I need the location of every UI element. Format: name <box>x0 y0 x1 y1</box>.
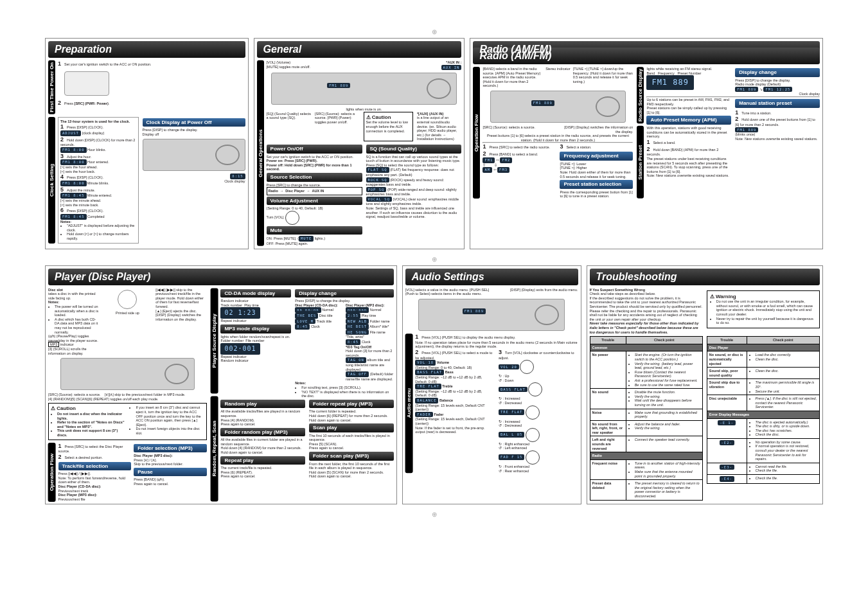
table-row: Frequent noiseTune in to another station… <box>590 459 702 479</box>
trouble-name: -E 1- <box>707 418 747 438</box>
section-player: Player (Disc Player) Disc slot takes a d… <box>45 265 397 505</box>
th-c2: Check point <box>747 337 819 344</box>
aux-in-lcd: AUX IN <box>441 65 462 71</box>
c3-lcd: FM1 8:00 <box>60 159 87 165</box>
treb-r-lcd: TRE FLAT <box>499 409 525 415</box>
vtab-radio-src: Radio Source Display <box>637 67 644 123</box>
trouble-name: Disc unejectable <box>707 395 747 411</box>
disc-slot-h: Disc slot <box>48 288 63 292</box>
aux-side-b: is a line output of an external sound/au… <box>417 116 461 141</box>
trouble-name: Frequent noise <box>590 459 626 479</box>
step-num: 1 <box>58 60 64 67</box>
section-troubleshooting: Troubleshooting If You Suspect Something… <box>587 265 823 505</box>
mp3-filen: File number <box>245 339 264 342</box>
trouble-name: Noise <box>590 409 626 420</box>
check-point: Check the file. <box>747 475 819 484</box>
dcm-c3: Folder name <box>370 319 390 323</box>
chain-disc: Disc Player <box>285 189 305 193</box>
msp-lcd: FM1 889 <box>735 127 758 133</box>
treb-h: Treble <box>442 384 452 388</box>
caution-title: Caution <box>366 114 411 121</box>
dcc-l4: 8:45 <box>295 324 310 330</box>
vol-rng: (Setting Range: 0 to 40, Default: 18) <box>415 366 495 370</box>
trouble-name: No sound from left, right, front, or rea… <box>590 420 626 436</box>
c3b: [<] sets the hour back. <box>60 170 136 174</box>
dp-cd-b: Previous/next track <box>58 489 132 493</box>
br2: : Decreased <box>502 401 522 405</box>
stereo-ind: Stereo indicator <box>545 67 571 88</box>
a-disp-lbl: [DISP] (Display) exits from the audio me… <box>493 288 578 296</box>
dp-mp3-b: Previous/next file <box>58 497 132 502</box>
scroll: [3] (SCROLL) scrolls the information on … <box>48 347 100 355</box>
sq-h: SQ (Sound Quality) <box>366 145 462 154</box>
frp-h: Folder random play (MP3) <box>220 428 305 437</box>
grp-err: Error Display Messages <box>707 411 819 418</box>
skip-folder: [∨][∧] skip to the previous/next folder … <box>105 393 186 397</box>
id3-b: Hold down [3] for more than 2 seconds. <box>346 349 394 357</box>
grp-common: Common <box>590 344 702 351</box>
vr1: : Up <box>502 374 509 378</box>
cd-tn: Track number <box>220 303 242 307</box>
table-row: No sound from left, right, front, or rea… <box>590 420 702 436</box>
b2: FM2 <box>500 157 512 163</box>
msp-s2: Hold down one of the preset buttons from… <box>735 118 815 127</box>
power-1: Set your car's ignition switch to the AC… <box>267 155 362 159</box>
fscan-h: Folder scan play (MP3) <box>309 452 394 461</box>
vtab-random: Random, Repeat, Scan <box>211 396 218 501</box>
dcc-c4: Clock <box>311 324 320 328</box>
table-row: No powerStart the engine. (Or turn the i… <box>590 351 702 389</box>
fscan-b1: From the next folder, the first 10 secon… <box>309 462 394 470</box>
t-intro-2: If the described suggestions do not solv… <box>590 296 703 322</box>
tf-h: Track/file selection <box>58 462 132 471</box>
knob-icon2 <box>528 382 542 396</box>
printed: Printed side up <box>102 311 154 315</box>
frp-b3: Hold down again to cancel. <box>220 450 305 455</box>
fscan-b3: Hold down again to cancel. <box>309 474 394 479</box>
check-point: Connect the speaker lead correctly. <box>626 436 702 452</box>
chain-radio: Radio <box>269 189 278 193</box>
bass-lcd: BASS FLAT <box>415 369 444 375</box>
c5-note: Minute entered. <box>87 193 112 197</box>
fad-lcd: FADER <box>415 412 433 418</box>
preset-sel-b: Press the corresponding preset button fr… <box>560 190 633 199</box>
eject: [▲] (Eject) ejects the disc. <box>155 309 207 314</box>
rsd-freq: Frequency <box>658 71 675 75</box>
frep-b1: The current folder is repeated. <box>309 409 394 414</box>
sq-press: Press [SQ] to select the sound type as f… <box>366 163 462 168</box>
dispchg-h: Display change <box>735 68 820 77</box>
dcm-l5: HE SONG <box>346 330 369 335</box>
th-t2: Trouble <box>707 337 747 344</box>
check-point: Clean the disc. <box>747 368 819 379</box>
dcc-l1: nn nn:nn <box>295 307 321 313</box>
warning-title: Warning <box>710 294 817 300</box>
freq-h2: [TUNE >]: Higher <box>560 166 633 170</box>
crop-mark-mid: ⊕ <box>45 256 823 263</box>
radio-band: [BAND] selects a band in the radio sourc… <box>483 67 543 88</box>
title-general: General <box>257 41 462 58</box>
check-point: Load the disc correctly.Clean the disc. <box>747 351 819 368</box>
rsd-top: lights while receiving an FM stereo sign… <box>646 67 731 71</box>
freq-note: Note: Hold down either of them for more … <box>560 170 633 179</box>
treb-lcd: TRE FLAT <box>415 384 441 389</box>
a-lcd-main: FM1 889 <box>463 308 486 314</box>
pof-s1: Press [SRC] to select the Disc Player so… <box>58 445 123 454</box>
dcm-l1: nnn·nnn <box>346 307 369 313</box>
disc-slot-b: takes a disc in with the printed side fa… <box>48 292 100 300</box>
mp3-rep: Repeat indicator <box>220 355 291 359</box>
check-point: Start the engine. (Or turn the ignition … <box>626 351 702 389</box>
vtab-player-src: Player Source Display <box>211 288 218 393</box>
title-preparation: Preparation <box>48 41 245 58</box>
sq-label: [SQ] (Sound Quality) selects a sound typ… <box>267 112 311 141</box>
c5: Adjust the minute. <box>67 188 95 192</box>
power-h: Power On/Off <box>267 145 362 154</box>
sq-pop-l: POP SQ <box>366 187 387 193</box>
freq-h: Frequency adjustment <box>560 152 633 161</box>
c5a: [>] sets the minute ahead. <box>60 199 136 203</box>
table-row: NoiseMake sure that grounding is establi… <box>590 409 702 420</box>
volume-knob-icon <box>285 211 299 225</box>
section-general: General General Operations [VOL] (Volume… <box>254 38 465 249</box>
apm-s1: Select a band. <box>653 141 675 145</box>
trouble-name: -E3- <box>707 463 747 474</box>
vtab-first-power: First Time Power On <box>48 60 55 114</box>
table-row: Preset data deletedThe preset memory is … <box>590 480 702 500</box>
